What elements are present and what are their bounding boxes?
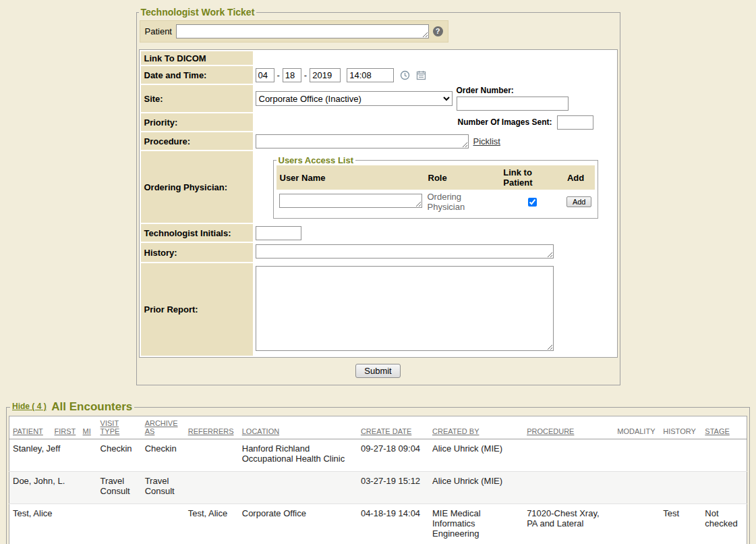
encounter-cell [614, 439, 660, 472]
prior-report-label: Prior Report: [141, 263, 253, 356]
encounter-cell: Test, Alice [9, 504, 51, 544]
encounter-row[interactable]: Stanley, JeffCheckinCheckinHanford Richl… [9, 439, 747, 472]
encounter-row[interactable]: Test, AliceTest, AliceCorporate Office04… [9, 504, 747, 544]
encounter-cell: 03-27-19 15:12 [357, 472, 429, 504]
role-value: Ordering Physician [428, 192, 465, 212]
ordering-physician-label: Ordering Physician: [141, 151, 253, 223]
column-header-create-date[interactable]: CREATE DATE [357, 416, 429, 439]
encounter-cell [614, 504, 660, 544]
work-ticket-form: Link To DICOM Date and Time: - - [139, 49, 618, 358]
column-header-stage[interactable]: STAGE [701, 416, 747, 439]
column-header-created-by[interactable]: CREATED BY [429, 416, 523, 439]
clock-icon[interactable] [400, 70, 410, 80]
encounter-cell [97, 504, 142, 544]
calendar-icon[interactable] [416, 70, 426, 80]
technologist-initials-label: Technologist Initials: [141, 224, 253, 242]
encounters-table: PATIENT FIRST MI VISIT TYPE ARCHIVE AS R… [9, 416, 747, 544]
encounter-cell: Test [660, 504, 701, 544]
procedure-input[interactable] [256, 134, 469, 148]
date-month-input[interactable] [256, 68, 274, 82]
help-icon[interactable]: ? [433, 26, 443, 36]
images-sent-input[interactable] [557, 115, 593, 130]
column-header-history: HISTORY [660, 416, 701, 439]
link-to-dicom-value [254, 51, 616, 65]
images-sent-label: Number Of Images Sent: [458, 117, 552, 127]
column-header-procedure[interactable]: PROCEDURE [523, 416, 614, 439]
encounter-cell [80, 472, 97, 504]
encounter-cell: Corporate Office [239, 504, 357, 544]
encounters-title: All Encounters [51, 400, 132, 413]
column-header-mi[interactable]: MI [80, 416, 97, 439]
column-header-user-name: User Name [277, 165, 425, 190]
users-access-row: Ordering Physician Add [277, 190, 595, 214]
encounter-cell: 71020-Chest Xray, PA and Lateral [523, 504, 614, 544]
hide-link[interactable]: Hide ( 4 ) [12, 402, 47, 411]
encounter-cell: Not checked [701, 504, 747, 544]
encounter-cell: Test, Alice [185, 504, 239, 544]
column-header-patient[interactable]: PATIENT [9, 416, 51, 439]
encounter-cell [660, 472, 701, 504]
users-access-title: Users Access List [277, 155, 356, 165]
users-access-panel: Users Access List User Name Role Link to… [273, 155, 598, 219]
work-ticket-panel: Technologist Work Ticket Patient ? Link … [136, 7, 620, 385]
encounter-cell [185, 439, 239, 472]
site-select[interactable]: Corporate Office (Inactive) [256, 91, 453, 106]
column-header-role: Role [425, 165, 500, 190]
encounter-cell: Alice Uhrick (MIE) [429, 439, 523, 472]
encounter-cell: Hanford Richland Occupational Health Cli… [239, 439, 357, 472]
encounter-cell [80, 504, 97, 544]
time-input[interactable] [347, 68, 394, 82]
encounter-cell [239, 472, 357, 504]
link-to-patient-checkbox[interactable] [528, 198, 537, 207]
encounter-cell [523, 472, 614, 504]
encounter-cell: Checkin [97, 439, 142, 472]
column-header-archive-as[interactable]: ARCHIVE AS [142, 416, 185, 439]
history-label: History: [141, 243, 253, 262]
patient-label: Patient [145, 26, 172, 36]
column-header-add: Add [564, 165, 595, 190]
encounter-row[interactable]: Doe, John, L.Travel ConsultTravel Consul… [9, 472, 747, 504]
history-input[interactable] [256, 244, 554, 259]
column-header-modality: MODALITY [614, 416, 660, 439]
site-label: Site: [141, 85, 253, 112]
picklist-link[interactable]: Picklist [473, 136, 500, 146]
encounter-cell: Travel Consult [142, 472, 185, 504]
technologist-initials-input[interactable] [256, 226, 301, 240]
date-year-input[interactable] [310, 68, 341, 82]
users-access-table: User Name Role Link to Patient Add Order… [277, 165, 595, 214]
user-name-input[interactable] [279, 194, 422, 208]
order-number-input[interactable] [457, 97, 569, 111]
encounter-cell: Checkin [142, 439, 185, 472]
encounter-cell [142, 504, 185, 544]
encounter-cell [523, 439, 614, 472]
procedure-label: Procedure: [141, 132, 253, 150]
encounter-cell: MIE Medical Informatics Engineering [429, 504, 523, 544]
column-header-visit-type[interactable]: VISIT TYPE [97, 416, 142, 439]
encounter-cell [80, 439, 97, 472]
column-header-referrers[interactable]: REFERRERS [185, 416, 239, 439]
encounter-cell: Stanley, Jeff [9, 439, 51, 472]
encounter-cell: Alice Uhrick (MIE) [429, 472, 523, 504]
encounter-cell: 04-18-19 14:04 [357, 504, 429, 544]
encounters-header-row: PATIENT FIRST MI VISIT TYPE ARCHIVE AS R… [9, 416, 747, 439]
encounter-cell: Travel Consult [97, 472, 142, 504]
link-to-dicom-label: Link To DICOM [141, 51, 253, 65]
column-header-first[interactable]: FIRST [51, 416, 80, 439]
date-separator: - [304, 70, 307, 80]
column-header-location[interactable]: LOCATION [239, 416, 357, 439]
add-user-button[interactable]: Add [566, 196, 592, 207]
date-day-input[interactable] [283, 68, 301, 82]
encounter-cell: Doe, John, L. [9, 472, 51, 504]
encounter-cell [51, 504, 80, 544]
date-separator: - [277, 70, 280, 80]
submit-button[interactable]: Submit [355, 364, 400, 378]
encounter-cell [185, 472, 239, 504]
prior-report-input[interactable] [256, 266, 554, 351]
order-number-block: Order Number: [457, 85, 569, 111]
patient-input[interactable] [176, 24, 429, 38]
encounter-cell [701, 472, 747, 504]
encounter-cell [614, 472, 660, 504]
priority-label: Priority: [141, 113, 253, 131]
encounter-cell: 09-27-18 09:04 [357, 439, 429, 472]
encounters-panel: Hide ( 4 ) All Encounters PATIENT FIRST … [6, 400, 750, 544]
